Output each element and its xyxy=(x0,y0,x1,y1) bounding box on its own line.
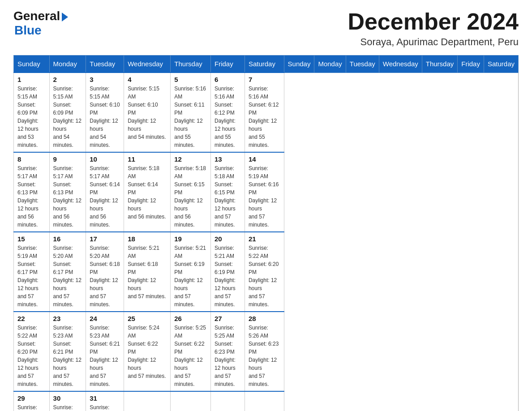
day-info: Sunrise: 5:18 AMSunset: 6:15 PMDaylight:… xyxy=(174,164,207,229)
day-info: Sunrise: 5:26 AMSunset: 6:23 PMDaylight:… xyxy=(17,403,46,411)
day-info: Sunrise: 5:27 AMSunset: 6:24 PMDaylight:… xyxy=(53,403,82,411)
week-row-1: 1Sunrise: 5:15 AMSunset: 6:09 PMDaylight… xyxy=(14,73,519,152)
month-title: December 2024 xyxy=(348,9,519,34)
day-info: Sunrise: 5:15 AMSunset: 6:09 PMDaylight:… xyxy=(53,85,82,149)
week-row-4: 22Sunrise: 5:22 AMSunset: 6:20 PMDayligh… xyxy=(14,312,519,391)
day-info: Sunrise: 5:17 AMSunset: 6:13 PMDaylight:… xyxy=(17,164,46,229)
calendar-cell: 10Sunrise: 5:17 AMSunset: 6:14 PMDayligh… xyxy=(86,152,124,232)
calendar-table: SundayMondayTuesdayWednesdayThursdayFrid… xyxy=(13,55,519,411)
calendar-cell: 25Sunrise: 5:24 AMSunset: 6:22 PMDayligh… xyxy=(124,312,171,391)
day-info: Sunrise: 5:15 AMSunset: 6:10 PMDaylight:… xyxy=(128,85,167,141)
day-number: 5 xyxy=(174,76,207,83)
calendar-cell: 28Sunrise: 5:26 AMSunset: 6:23 PMDayligh… xyxy=(245,312,284,391)
calendar-cell: 27Sunrise: 5:25 AMSunset: 6:23 PMDayligh… xyxy=(211,312,245,391)
calendar-cell: 6Sunrise: 5:16 AMSunset: 6:12 PMDaylight… xyxy=(211,73,245,152)
day-number: 27 xyxy=(215,315,241,322)
day-info: Sunrise: 5:25 AMSunset: 6:22 PMDaylight:… xyxy=(174,324,207,388)
day-info: Sunrise: 5:16 AMSunset: 6:12 PMDaylight:… xyxy=(249,85,280,149)
calendar-cell xyxy=(171,391,211,411)
calendar-cell: 13Sunrise: 5:18 AMSunset: 6:15 PMDayligh… xyxy=(211,152,245,232)
day-info: Sunrise: 5:23 AMSunset: 6:21 PMDaylight:… xyxy=(90,324,120,388)
day-number: 12 xyxy=(174,155,207,163)
day-number: 24 xyxy=(90,315,120,322)
weekday-header-tuesday: Tuesday xyxy=(86,56,124,73)
day-info: Sunrise: 5:24 AMSunset: 6:22 PMDaylight:… xyxy=(128,324,167,380)
day-info: Sunrise: 5:20 AMSunset: 6:18 PMDaylight:… xyxy=(90,244,120,308)
day-number: 6 xyxy=(215,76,241,83)
weekday-header-wednesday: Wednesday xyxy=(379,56,422,73)
calendar-cell xyxy=(245,391,284,411)
day-info: Sunrise: 5:15 AMSunset: 6:09 PMDaylight:… xyxy=(17,85,46,149)
day-number: 20 xyxy=(215,235,241,243)
calendar-cell: 20Sunrise: 5:21 AMSunset: 6:19 PMDayligh… xyxy=(211,232,245,312)
day-number: 19 xyxy=(174,235,207,243)
calendar-cell: 14Sunrise: 5:19 AMSunset: 6:16 PMDayligh… xyxy=(245,152,284,232)
day-info: Sunrise: 5:15 AMSunset: 6:10 PMDaylight:… xyxy=(90,85,120,149)
weekday-header-saturday: Saturday xyxy=(484,56,518,73)
calendar-cell: 26Sunrise: 5:25 AMSunset: 6:22 PMDayligh… xyxy=(171,312,211,391)
calendar-cell: 22Sunrise: 5:22 AMSunset: 6:20 PMDayligh… xyxy=(14,312,50,391)
calendar-cell: 16Sunrise: 5:20 AMSunset: 6:17 PMDayligh… xyxy=(49,232,86,312)
day-info: Sunrise: 5:18 AMSunset: 6:15 PMDaylight:… xyxy=(215,164,241,229)
day-info: Sunrise: 5:16 AMSunset: 6:12 PMDaylight:… xyxy=(215,85,241,149)
calendar-cell: 18Sunrise: 5:21 AMSunset: 6:18 PMDayligh… xyxy=(124,232,171,312)
day-info: Sunrise: 5:22 AMSunset: 6:20 PMDaylight:… xyxy=(17,324,46,388)
day-info: Sunrise: 5:23 AMSunset: 6:21 PMDaylight:… xyxy=(53,324,82,388)
calendar-cell: 3Sunrise: 5:15 AMSunset: 6:10 PMDaylight… xyxy=(86,73,124,152)
day-info: Sunrise: 5:16 AMSunset: 6:11 PMDaylight:… xyxy=(174,85,207,149)
weekday-header-monday: Monday xyxy=(49,56,86,73)
calendar-cell: 19Sunrise: 5:21 AMSunset: 6:19 PMDayligh… xyxy=(171,232,211,312)
week-row-5: 29Sunrise: 5:26 AMSunset: 6:23 PMDayligh… xyxy=(14,391,519,411)
day-number: 18 xyxy=(128,235,167,243)
logo-general-text: General xyxy=(13,9,60,23)
day-number: 10 xyxy=(90,155,120,163)
calendar-cell: 2Sunrise: 5:15 AMSunset: 6:09 PMDaylight… xyxy=(49,73,86,152)
day-number: 25 xyxy=(128,315,167,322)
weekday-header-sunday: Sunday xyxy=(284,56,314,73)
weekday-header-saturday: Saturday xyxy=(245,56,284,73)
day-info: Sunrise: 5:21 AMSunset: 6:19 PMDaylight:… xyxy=(174,244,207,308)
weekday-header-monday: Monday xyxy=(314,56,346,73)
calendar-cell: 21Sunrise: 5:22 AMSunset: 6:20 PMDayligh… xyxy=(245,232,284,312)
weekday-header-thursday: Thursday xyxy=(422,56,458,73)
day-number: 29 xyxy=(17,394,46,402)
calendar-cell: 5Sunrise: 5:16 AMSunset: 6:11 PMDaylight… xyxy=(171,73,211,152)
day-number: 21 xyxy=(249,235,280,243)
day-number: 2 xyxy=(53,76,82,83)
day-number: 23 xyxy=(53,315,82,322)
calendar-cell: 15Sunrise: 5:19 AMSunset: 6:17 PMDayligh… xyxy=(14,232,50,312)
day-number: 30 xyxy=(53,394,82,402)
logo-triangle-icon xyxy=(62,13,68,21)
logo: General Blue xyxy=(13,9,68,38)
day-number: 28 xyxy=(249,315,280,322)
week-row-2: 8Sunrise: 5:17 AMSunset: 6:13 PMDaylight… xyxy=(14,152,519,232)
page-header: General Blue December 2024 Soraya, Apuri… xyxy=(13,9,519,48)
day-number: 8 xyxy=(17,155,46,163)
day-info: Sunrise: 5:20 AMSunset: 6:17 PMDaylight:… xyxy=(53,244,82,308)
weekday-header-wednesday: Wednesday xyxy=(124,56,171,73)
weekday-header-thursday: Thursday xyxy=(171,56,211,73)
calendar-cell xyxy=(211,391,245,411)
day-number: 26 xyxy=(174,315,207,322)
logo-blue-text: Blue xyxy=(14,23,42,38)
calendar-cell: 1Sunrise: 5:15 AMSunset: 6:09 PMDaylight… xyxy=(14,73,50,152)
weekday-header-friday: Friday xyxy=(458,56,484,73)
day-info: Sunrise: 5:17 AMSunset: 6:13 PMDaylight:… xyxy=(53,164,82,229)
calendar-cell: 12Sunrise: 5:18 AMSunset: 6:15 PMDayligh… xyxy=(171,152,211,232)
day-info: Sunrise: 5:27 AMSunset: 6:24 PMDaylight:… xyxy=(90,403,120,411)
calendar-cell: 11Sunrise: 5:18 AMSunset: 6:14 PMDayligh… xyxy=(124,152,171,232)
day-number: 11 xyxy=(128,155,167,163)
calendar-cell: 31Sunrise: 5:27 AMSunset: 6:24 PMDayligh… xyxy=(86,391,124,411)
day-number: 16 xyxy=(53,235,82,243)
calendar-cell: 23Sunrise: 5:23 AMSunset: 6:21 PMDayligh… xyxy=(49,312,86,391)
calendar-cell: 17Sunrise: 5:20 AMSunset: 6:18 PMDayligh… xyxy=(86,232,124,312)
day-info: Sunrise: 5:21 AMSunset: 6:19 PMDaylight:… xyxy=(215,244,241,308)
day-number: 3 xyxy=(90,76,120,83)
calendar-cell: 29Sunrise: 5:26 AMSunset: 6:23 PMDayligh… xyxy=(14,391,50,411)
calendar-cell: 24Sunrise: 5:23 AMSunset: 6:21 PMDayligh… xyxy=(86,312,124,391)
day-number: 31 xyxy=(90,394,120,402)
week-row-3: 15Sunrise: 5:19 AMSunset: 6:17 PMDayligh… xyxy=(14,232,519,312)
weekday-header-friday: Friday xyxy=(211,56,245,73)
location-title: Soraya, Apurimac Department, Peru xyxy=(348,36,519,48)
calendar-cell: 4Sunrise: 5:15 AMSunset: 6:10 PMDaylight… xyxy=(124,73,171,152)
